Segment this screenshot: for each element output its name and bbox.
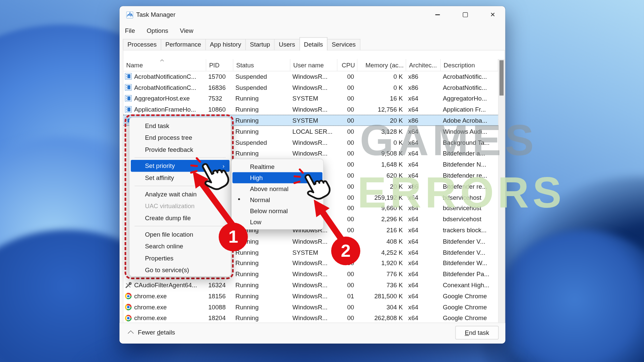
menubar-item-options[interactable]: Options (147, 27, 168, 34)
menu-item-end-task[interactable]: End task (129, 120, 231, 131)
cell-arch: x64 (406, 139, 441, 146)
tab-performance[interactable]: Performance (161, 39, 206, 50)
end-task-button[interactable]: End task (455, 326, 498, 339)
column-header-cpu[interactable]: CPU (337, 59, 358, 71)
tab-users[interactable]: Users (274, 39, 300, 50)
cell-cpu: 00 (337, 216, 358, 223)
table-row[interactable]: CAudioFilterAgent64...16324RunningWindow… (123, 280, 498, 291)
cell-user: WindowsR... (290, 315, 337, 322)
table-row[interactable]: ApplicationFrameHo...10860RunningWindows… (123, 104, 498, 115)
cell-name: chrome.exe (123, 315, 206, 322)
cell-arch: x64 (406, 282, 441, 289)
cell-cpu: 00 (337, 84, 358, 91)
cell-description: Google Chrome (441, 315, 498, 322)
tab-processes[interactable]: Processes (123, 39, 161, 50)
menu-item-set-priority[interactable]: Set priority› (131, 160, 229, 172)
minimize-button[interactable] (428, 6, 447, 23)
cell-pid: 10088 (206, 304, 233, 311)
menu-item-open-file-location[interactable]: Open file location (129, 228, 231, 240)
priority-item-low[interactable]: Low (231, 217, 323, 228)
column-header-name[interactable]: Name (123, 59, 206, 71)
menu-separator (129, 156, 231, 160)
cell-memory: 20 K (358, 183, 406, 190)
menu-item-analyze-wait-chain[interactable]: Analyze wait chain (129, 188, 231, 200)
table-row[interactable]: AcrobatNotificationC...15700SuspendedWin… (123, 71, 498, 82)
cell-description: Bitdefender re... (441, 183, 498, 190)
cell-memory: 408 K (358, 238, 406, 245)
process-name: CAudioFilterAgent64... (134, 282, 197, 289)
cell-memory: 9,508 K (358, 150, 406, 157)
menu-item-properties[interactable]: Properties (129, 252, 231, 264)
cell-cpu: 00 (337, 315, 358, 322)
chrome-icon (125, 293, 132, 300)
process-name: chrome.exe (134, 293, 167, 300)
cell-description: trackers block... (441, 227, 498, 234)
table-row[interactable]: chrome.exe18204RunningWindowsR...00262,8… (123, 313, 498, 323)
process-name: AcrobatNotificationC... (134, 84, 196, 91)
cell-user: WindowsR... (290, 73, 337, 80)
menu-item-create-dump-file[interactable]: Create dump file (129, 212, 231, 224)
menu-bar: FileOptionsView (119, 24, 193, 37)
cell-arch: x64 (406, 227, 441, 234)
column-header-architec-[interactable]: Architec... (406, 59, 441, 71)
titlebar[interactable]: Task Manager ✕ (119, 6, 505, 24)
cell-user: WindowsR... (290, 282, 337, 289)
menu-item-set-affinity[interactable]: Set affinity (129, 172, 231, 183)
cell-arch: x64 (406, 304, 441, 311)
table-row[interactable]: AggregatorHost.exe7532RunningSYSTEM0016 … (123, 93, 498, 104)
cell-arch: x64 (406, 128, 441, 135)
tab-app-history[interactable]: App history (205, 39, 246, 50)
menu-item-uac-virtualization[interactable]: UAC virtualization (129, 200, 231, 212)
column-header-user-name[interactable]: User name (290, 59, 337, 71)
cell-status: Running (233, 293, 290, 300)
cell-description: Bitdefender V... (441, 249, 498, 256)
cell-description: Bitdefender a... (441, 150, 498, 157)
tab-services[interactable]: Services (327, 39, 360, 50)
menu-item-search-online[interactable]: Search online (129, 240, 231, 252)
fewer-details-toggle[interactable]: Fewer details (129, 329, 175, 336)
close-button[interactable]: ✕ (483, 6, 502, 23)
cell-user: WindowsR... (290, 260, 337, 267)
column-header-description[interactable]: Description (441, 59, 498, 71)
tab-startup[interactable]: Startup (245, 39, 274, 50)
cell-cpu: 00 (337, 238, 358, 245)
table-row[interactable]: chrome.exe10088RunningWindowsR...00304 K… (123, 302, 498, 313)
priority-item-normal[interactable]: Normal• (231, 194, 323, 205)
cell-description: Bitdefender Pa... (441, 271, 498, 278)
cell-cpu: 00 (337, 260, 358, 267)
cell-description: bdservicehost (441, 194, 498, 201)
app-icon (125, 106, 132, 113)
fewer-details-label: Fewer details (138, 329, 175, 336)
menu-item-go-to-service-s-[interactable]: Go to service(s) (129, 264, 231, 276)
cell-user: WindowsR... (290, 150, 337, 157)
column-header-pid[interactable]: PID (206, 59, 233, 71)
table-row[interactable]: chrome.exe18156RunningWindowsR...01281,5… (123, 291, 498, 302)
priority-submenu: RealtimeHighAbove normalNormal•Below nor… (231, 159, 324, 230)
priority-item-realtime[interactable]: Realtime (231, 161, 323, 172)
cell-description: AggregatorHo... (441, 95, 498, 102)
cell-memory: 304 K (358, 304, 406, 311)
cell-status: Running (233, 315, 290, 322)
cell-arch: x64 (406, 205, 441, 212)
vertical-scrollbar[interactable] (498, 59, 504, 322)
column-header-status[interactable]: Status (233, 59, 290, 71)
menubar-item-view[interactable]: View (180, 27, 193, 34)
column-header-memory-ac-[interactable]: Memory (ac... (358, 59, 406, 71)
cell-arch: x64 (406, 249, 441, 256)
table-row[interactable]: AcrobatNotificationC...16836SuspendedWin… (123, 82, 498, 93)
app-icon (125, 73, 132, 80)
maximize-button[interactable] (456, 6, 475, 23)
tab-details[interactable]: Details (299, 37, 327, 50)
scrollbar-thumb[interactable] (499, 60, 503, 96)
priority-item-high[interactable]: High (232, 172, 322, 183)
menu-item-provide-feedback[interactable]: Provide feedback (129, 143, 231, 155)
cell-pid: 18204 (206, 315, 233, 322)
priority-item-below-normal[interactable]: Below normal (231, 205, 323, 217)
column-header-row: NamePIDStatusUser nameCPUMemory (ac...Ar… (123, 59, 498, 71)
menu-item-end-process-tree[interactable]: End process tree (129, 132, 231, 143)
cell-description: Bitdefender re... (441, 172, 498, 179)
priority-item-above-normal[interactable]: Above normal (231, 183, 323, 194)
menubar-item-file[interactable]: File (125, 27, 135, 34)
cell-status: Running (233, 249, 290, 256)
status-bar: Fewer details End task (119, 323, 505, 344)
